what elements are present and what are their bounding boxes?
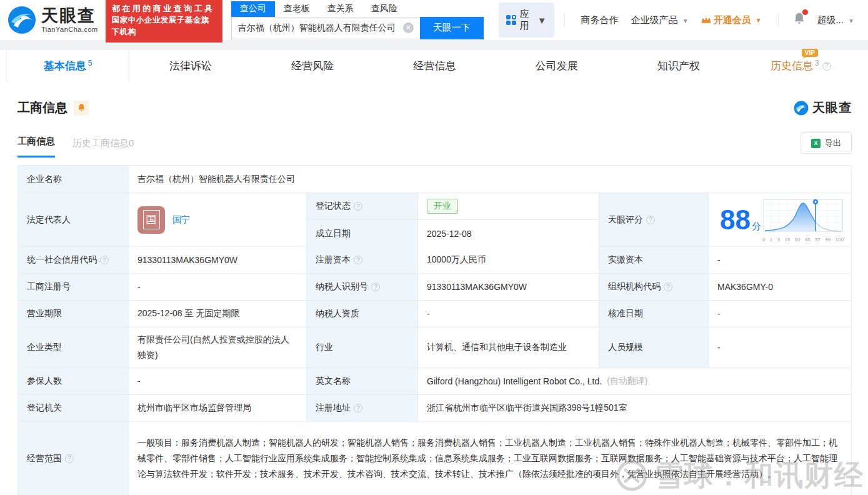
label-text: 登记状态 <box>316 201 351 212</box>
staff-size-label: 人员规模 <box>599 328 709 368</box>
label-text: 注册地址 <box>316 402 351 414</box>
search-tab-company[interactable]: 查公司 <box>231 1 275 17</box>
caret-down-icon: ▼ <box>537 15 547 26</box>
reg-address-value: 浙江省杭州市临平区临平街道兴国路398号1幢501室 <box>418 395 851 422</box>
legal-rep-link[interactable]: 国宁 <box>172 214 190 226</box>
search-tab-relation[interactable]: 查关系 <box>319 1 362 17</box>
industry-label: 行业 <box>307 328 418 368</box>
tab-company-development[interactable]: 公司发展 <box>496 50 617 82</box>
help-icon[interactable]: ? <box>354 404 362 412</box>
help-icon[interactable]: ? <box>354 256 362 264</box>
tab-business-info[interactable]: 经营信息 <box>374 50 496 82</box>
tab-business-risk[interactable]: 经营风险 <box>252 50 374 82</box>
help-icon[interactable]: ? <box>100 256 109 264</box>
taxpayer-id-value: 91330113MAK36GMY0W <box>418 274 599 301</box>
help-icon[interactable]: ? <box>822 62 831 71</box>
search-tab-boss[interactable]: 查老板 <box>275 1 319 17</box>
caret-down-icon: ▼ <box>848 18 854 24</box>
table-row: 营业期限 2025-12-08 至 无固定期限 纳税人资质 - 核准日期 - <box>18 301 851 328</box>
label-text: 统一社会信用代码 <box>27 254 97 266</box>
export-label: 导出 <box>825 138 841 149</box>
taxpayer-quality-label: 纳税人资质 <box>307 301 418 328</box>
apps-button[interactable]: 应用 ▼ <box>499 2 554 38</box>
label-text: 经营范围 <box>27 453 62 464</box>
subtab-history-registration[interactable]: 历史工商信息0 <box>72 138 134 158</box>
credit-code-label: 统一社会信用代码 ? <box>18 247 129 274</box>
main-tab-bar: 基本信息 5 法律诉讼 经营风险 经营信息 公司发展 知识产权 历史信息 VIP… <box>0 49 868 82</box>
subscribe-bell-button[interactable] <box>74 101 89 116</box>
nav-super-vip[interactable]: 超级... ▼ <box>817 14 854 26</box>
table-row: 法定代表人 国 国宁 登记状态 ? 开业 成立日期 2025-12-08 <box>18 193 851 247</box>
label-text: 组织机构代码 <box>608 281 661 292</box>
search-submit-button[interactable]: 天眼一下 <box>420 17 484 39</box>
nav-open-vip[interactable]: 开通会员 ▼ <box>701 14 762 26</box>
help-icon[interactable]: ? <box>354 202 362 211</box>
help-icon[interactable]: ? <box>664 282 672 291</box>
status-badge: 开业 <box>427 199 458 214</box>
help-icon[interactable]: ? <box>371 282 380 291</box>
reg-capital-label: 注册资本 ? <box>307 247 418 274</box>
brand-domain: TianYanCha.com <box>41 26 98 33</box>
legal-rep-avatar[interactable]: 国 <box>137 206 165 234</box>
search-area: 查公司 查老板 查关系 查风险 ✕ 天眼一下 <box>231 1 484 39</box>
help-icon[interactable]: ? <box>646 216 655 224</box>
section-brand-name: 天眼查 <box>812 99 852 116</box>
reg-status-label: 登记状态 ? <box>307 193 418 220</box>
score-number: 88 <box>720 204 751 235</box>
company-name-label: 企业名称 <box>18 166 129 193</box>
approval-date-label: 核准日期 <box>599 301 709 328</box>
tab-intellectual-property[interactable]: 知识产权 <box>617 50 739 82</box>
org-code-label: 组织机构代码 ? <box>599 274 709 301</box>
table-row: 企业类型 有限责任公司(自然人投资或控股的法人独资) 行业 计算机、通信和其他电… <box>18 328 851 368</box>
tab-history-info[interactable]: 历史信息 VIP 3 ? <box>740 50 862 82</box>
english-name-text: Gilford (Hangzhou) Intelligent Robot Co.… <box>427 376 602 386</box>
business-term-value: 2025-12-08 至 无固定期限 <box>129 301 307 328</box>
reg-number-value: - <box>129 274 307 301</box>
section-brand-logo: 天眼查 <box>794 99 852 116</box>
label-text: 纳税人识别号 <box>316 281 368 292</box>
company-name-value: 吉尔福（杭州）智能机器人有限责任公司 <box>129 166 851 193</box>
nav-cooperation[interactable]: 商务合作 <box>581 14 619 26</box>
super-vip-label: 超级... <box>817 14 844 25</box>
reg-authority-value: 杭州市临平区市场监督管理局 <box>129 395 307 422</box>
company-search-input[interactable] <box>232 23 403 33</box>
tab-count: 3 <box>815 59 819 68</box>
help-icon[interactable]: ? <box>65 454 74 463</box>
tab-legal-proceedings[interactable]: 法律诉讼 <box>129 50 251 82</box>
search-tabs: 查公司 查老板 查关系 查风险 <box>231 1 484 17</box>
export-button[interactable]: X 导出 <box>801 132 852 154</box>
credit-code-value: 91330113MAK36GMY0W <box>129 247 307 274</box>
tab-label: 公司发展 <box>536 59 578 73</box>
tianyancha-company-page: 天眼查 TianYanCha.com 都在用的商业查询工具 国家中小企业发展子基… <box>0 0 868 495</box>
approval-date-value: - <box>709 301 851 328</box>
top-header: 天眼查 TianYanCha.com 都在用的商业查询工具 国家中小企业发展子基… <box>0 0 868 40</box>
promo-line1: 都在用的商业查询工具 <box>112 2 216 15</box>
label-text: 注册资本 <box>316 254 351 266</box>
notification-bell[interactable] <box>793 12 806 28</box>
site-logo[interactable]: 天眼查 TianYanCha.com <box>7 6 98 34</box>
legal-rep-value: 国 国宁 <box>129 193 307 247</box>
clear-search-icon[interactable]: ✕ <box>403 22 414 33</box>
open-vip-label: 开通会员 <box>714 14 751 26</box>
table-row: 工商注册号 - 纳税人识别号 ? 91330113MAK36GMY0W 组织机构… <box>18 274 851 301</box>
taxpayer-id-label: 纳税人识别号 ? <box>307 274 418 301</box>
excel-icon: X <box>811 139 821 148</box>
reg-address-label: 注册地址 ? <box>307 395 418 422</box>
table-row: 经营范围 ? 一般项目：服务消费机器人制造；智能机器人的研发；智能机器人销售；服… <box>18 422 851 495</box>
tab-basic-info[interactable]: 基本信息 5 <box>6 50 129 82</box>
score-value: 88分 <box>709 193 851 247</box>
table-row: 参保人数 - 英文名称 Gilford (Hangzhou) Intellige… <box>18 368 851 395</box>
taxpayer-quality-value: - <box>418 301 599 328</box>
subtab-business-registration[interactable]: 工商信息 <box>17 136 55 158</box>
divider <box>564 14 565 26</box>
insured-count-label: 参保人数 <box>18 368 129 395</box>
apps-grid-icon <box>506 15 516 25</box>
search-box: ✕ <box>231 17 420 39</box>
nav-enterprise-products[interactable]: 企业级产品 ▼ <box>631 14 689 26</box>
score-distribution-chart[interactable]: 0131550859799100 <box>762 198 844 242</box>
subtab-row: 工商信息 历史工商信息0 X 导出 <box>17 132 852 158</box>
tab-label: 法律诉讼 <box>169 59 212 73</box>
search-tab-risk[interactable]: 查风险 <box>362 1 406 17</box>
tab-label: 经营信息 <box>413 59 456 73</box>
business-scope-value: 一般项目：服务消费机器人制造；智能机器人的研发；智能机器人销售；服务消费机器人销… <box>129 422 851 495</box>
